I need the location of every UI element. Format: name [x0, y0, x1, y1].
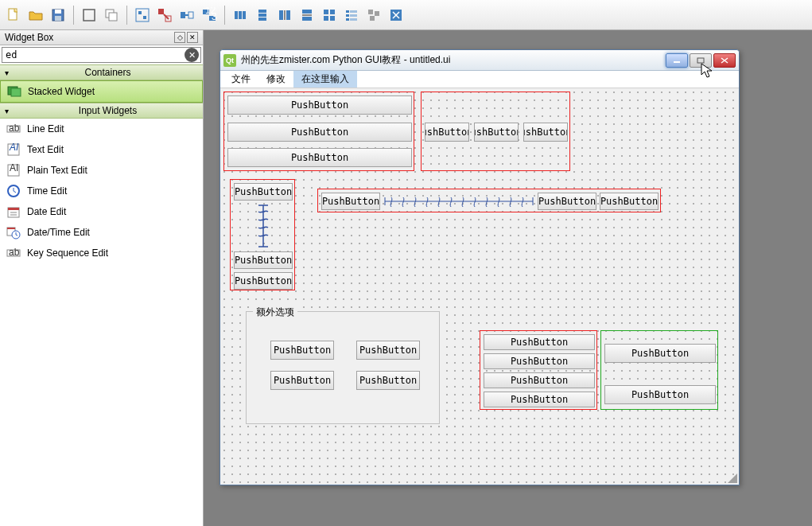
- layout-grid-button[interactable]: [319, 5, 340, 25]
- widget-item-label: Date Edit: [27, 206, 66, 217]
- svg-rect-34: [346, 10, 349, 13]
- hlayout-middle[interactable]: PushButton PushButton PushButton: [317, 189, 661, 212]
- resize-grip-icon[interactable]: [726, 472, 737, 483]
- widget-box-title-label: Widget Box: [5, 32, 173, 43]
- push-button[interactable]: ushButton: [425, 123, 469, 142]
- menu-file[interactable]: 文件: [223, 71, 258, 88]
- svg-rect-19: [239, 11, 242, 19]
- svg-rect-7: [136, 9, 149, 21]
- layout-form-button[interactable]: [341, 5, 362, 25]
- widget-item-datetime[interactable]: Date/Time Edit: [0, 222, 203, 243]
- vertical-spacer[interactable]: [256, 204, 270, 248]
- push-button[interactable]: ushButton: [523, 123, 568, 142]
- chevron-down-icon: ▾: [5, 68, 14, 77]
- copy-button[interactable]: [101, 5, 122, 25]
- widget-category-header[interactable]: ▾Containers: [0, 64, 203, 80]
- widget-search-input[interactable]: [2, 48, 185, 62]
- push-button[interactable]: PushButton: [321, 193, 380, 210]
- push-button[interactable]: PushButton: [227, 123, 412, 142]
- stacked-icon: [7, 84, 21, 99]
- widget-item-time[interactable]: Time Edit: [0, 181, 203, 201]
- svg-text:ab: ab: [9, 247, 20, 258]
- menu-type-here[interactable]: 在这里输入: [293, 71, 357, 88]
- widget-item-stacked[interactable]: Stacked Widget: [0, 80, 203, 103]
- adjust-size-button[interactable]: [386, 5, 406, 25]
- groupbox-title: 额外选项: [253, 306, 297, 319]
- widget-item-lineedit[interactable]: abLine Edit: [0, 119, 203, 139]
- widget-box-panel: Widget Box ◇ ✕ ✕ ▾ContainersStacked Widg…: [0, 30, 204, 526]
- push-button[interactable]: PushButton: [227, 95, 412, 115]
- group-box[interactable]: 额外选项 PushButton PushButton PushButton Pu…: [246, 311, 440, 424]
- widget-search: ✕: [2, 47, 201, 63]
- vlayout-top-left[interactable]: PushButton PushButton PushButton: [223, 92, 414, 171]
- edit-signals-button[interactable]: [154, 5, 175, 25]
- plaintext-icon: AI: [6, 163, 21, 177]
- svg-rect-20: [243, 11, 246, 19]
- push-button[interactable]: PushButton: [227, 148, 412, 167]
- widget-item-plaintext[interactable]: AIPlain Text Edit: [0, 160, 203, 181]
- layout-vert-button[interactable]: [252, 5, 273, 25]
- vlayout-left-column[interactable]: PushButton PushButton PushButton: [230, 179, 295, 290]
- widget-item-keyseq[interactable]: abKey Sequence Edit: [0, 243, 203, 263]
- widget-item-date[interactable]: Date Edit: [0, 201, 203, 222]
- push-button[interactable]: PushButton: [604, 344, 716, 363]
- dock-float-button[interactable]: ◇: [174, 32, 185, 43]
- date-icon: [6, 205, 21, 219]
- push-button[interactable]: PushButton: [356, 341, 420, 360]
- vlayout-bottom-right[interactable]: PushButton PushButton PushButton PushBut…: [480, 330, 597, 410]
- push-button[interactable]: PushButton: [538, 193, 596, 210]
- form-window: Qt 州的先生zmister.com Python GUI教程 - untitl…: [220, 49, 740, 485]
- push-button[interactable]: PushButton: [484, 334, 595, 350]
- edit-widgets-button[interactable]: [132, 5, 153, 25]
- chevron-down-icon: ▾: [5, 107, 14, 115]
- save-button[interactable]: [48, 5, 68, 25]
- menubar: 文件 修改 在这里输入: [220, 71, 739, 88]
- layout-horiz-splitter-button[interactable]: [274, 5, 295, 25]
- push-button[interactable]: PushButton: [600, 193, 659, 210]
- dock-close-button[interactable]: ✕: [187, 32, 198, 43]
- open-file-button[interactable]: [25, 5, 46, 25]
- form-body[interactable]: PushButton PushButton PushButton ushButt…: [220, 88, 739, 485]
- svg-rect-25: [284, 10, 286, 20]
- hlayout-top-right[interactable]: ushButton ushButton ushButton: [421, 92, 570, 171]
- new-file-button[interactable]: [3, 5, 24, 25]
- svg-rect-21: [258, 10, 266, 13]
- svg-rect-4: [84, 10, 95, 21]
- push-button[interactable]: PushButton: [234, 272, 293, 290]
- layout-vert-splitter-button[interactable]: [297, 5, 317, 25]
- push-button[interactable]: PushButton: [484, 353, 595, 369]
- svg-rect-45: [11, 88, 21, 96]
- svg-rect-38: [346, 18, 349, 21]
- horizontal-spacer[interactable]: [383, 194, 534, 208]
- push-button[interactable]: PushButton: [234, 251, 293, 269]
- clear-search-icon[interactable]: ✕: [185, 48, 199, 62]
- window-maximize-button[interactable]: [690, 53, 712, 68]
- svg-rect-23: [258, 18, 266, 21]
- svg-text:ab: ab: [9, 123, 20, 134]
- edit-buddies-button[interactable]: [177, 5, 197, 25]
- push-button[interactable]: PushButton: [604, 385, 716, 404]
- svg-rect-41: [375, 11, 379, 16]
- break-layout-button[interactable]: [363, 5, 384, 25]
- window-close-button[interactable]: [713, 53, 736, 68]
- push-button[interactable]: ushButton: [474, 123, 519, 142]
- svg-rect-30: [324, 10, 328, 14]
- svg-rect-58: [7, 228, 15, 229]
- edit-tab-order-button[interactable]: 123: [199, 5, 220, 25]
- fullscreen-button[interactable]: [79, 5, 99, 25]
- push-button[interactable]: PushButton: [484, 372, 595, 388]
- layout-horiz-button[interactable]: [230, 5, 251, 25]
- widget-category-header[interactable]: ▾Input Widgets: [0, 103, 203, 119]
- push-button[interactable]: PushButton: [234, 183, 293, 201]
- widget-item-label: Text Edit: [27, 144, 64, 155]
- push-button[interactable]: PushButton: [270, 341, 334, 360]
- window-minimize-button[interactable]: [666, 53, 688, 68]
- push-button[interactable]: PushButton: [356, 371, 420, 390]
- formlayout-bottom-right[interactable]: PushButton PushButton: [600, 330, 718, 410]
- svg-rect-35: [350, 10, 357, 13]
- push-button[interactable]: PushButton: [484, 392, 595, 407]
- svg-rect-26: [286, 10, 290, 20]
- widget-item-textedit[interactable]: AIText Edit: [0, 139, 203, 160]
- push-button[interactable]: PushButton: [270, 371, 334, 390]
- menu-edit[interactable]: 修改: [258, 71, 293, 88]
